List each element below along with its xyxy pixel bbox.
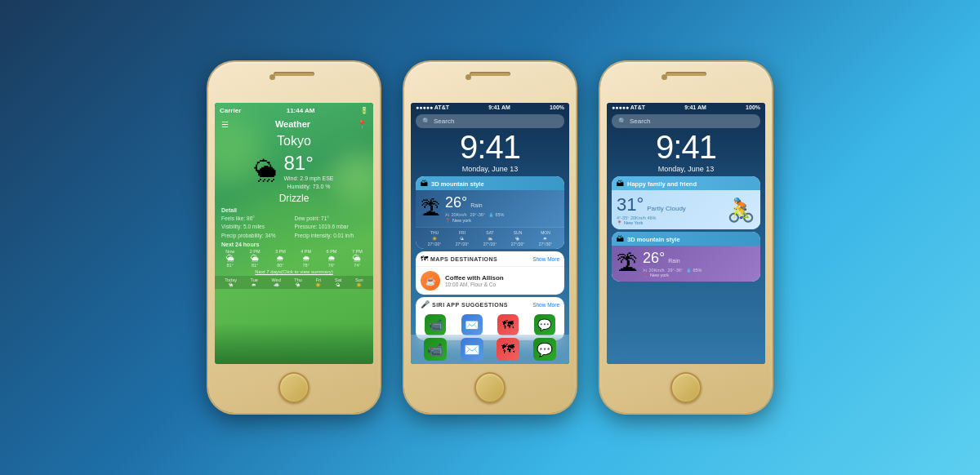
feels-like: Feels like: 86° <box>221 215 294 223</box>
hourly-forecast: Now 🌦 81° 2 PM 🌦 81° 3 PM 🌧 80° 4 PM 🌧 <box>218 249 370 268</box>
status-bar-2: ●●●●● AT&T 9:41 AM 100% <box>411 103 569 112</box>
event-avatar-2: ☕ <box>421 271 440 291</box>
widget-title-2: 3D mountain style <box>431 180 484 188</box>
weather-stats-2: 🌬 20Km/h 29°-36° 💧 65% <box>445 212 559 217</box>
search-icon-3: 🔍 <box>618 118 626 125</box>
happy-info: 31° Partly Cloudy 4°-35° 20Km/h 46% 📍 Ne… <box>617 194 722 225</box>
home-button-2[interactable] <box>474 372 506 403</box>
app-messages[interactable]: 💬 <box>534 314 555 335</box>
happy-icon: 🏔 <box>617 180 624 188</box>
happy-header: 🏔 Happy family and friend <box>612 176 760 190</box>
time-3: 9:41 AM <box>684 104 706 110</box>
dock-facetime[interactable]: 📹 <box>424 338 447 361</box>
weather-humidity: Humidity: 73.0 % <box>283 183 333 191</box>
weather-cloud-icon: 🌦 <box>254 158 277 184</box>
hour-icon: 🌦 <box>353 254 361 263</box>
pressure: Pressure: 1019.6 mbar <box>295 223 368 231</box>
phone-speaker-3 <box>666 72 706 76</box>
phone-2: ●●●●● AT&T 9:41 AM 100% 🔍 Search 9:41 Mo… <box>404 62 576 413</box>
next-24-label: Next 24 hours <box>221 242 367 247</box>
happy-family-widget[interactable]: 🏔 Happy family and friend 31° Partly Clo… <box>612 176 760 229</box>
day-thu: Thu🌦 <box>294 277 301 287</box>
app-maps[interactable]: 🗺 <box>497 314 519 335</box>
forecast-thu: THU☀️27°/20° <box>428 230 442 246</box>
widget-header-2: 🏔 3D mountain style <box>416 176 564 190</box>
clock-3: 9:41 Monday, June 13 <box>607 131 765 173</box>
status-bar-3: ●●●●● AT&T 9:41 AM 100% <box>607 103 765 112</box>
hour-icon: 🌦 <box>226 254 234 263</box>
carrier-text: Carrier <box>220 107 241 114</box>
day-sat: Sat🌤 <box>335 277 341 287</box>
hour-2pm: 2 PM 🌦 81° <box>250 249 261 268</box>
dock-maps[interactable]: 🗺 <box>497 338 519 361</box>
phone-1: Carrier 11:44 AM 🔋 ☰ Weather 📍 Tokyo 🌦 8… <box>208 62 380 413</box>
maps-show-more[interactable]: Show More <box>532 256 559 262</box>
pin-icon-2: 📍 <box>445 218 451 223</box>
dock-mail[interactable]: ✉️ <box>461 338 483 361</box>
happy-pin: 📍 <box>617 220 622 225</box>
phone-speaker-2 <box>470 72 510 76</box>
visibility: Visibility: 5.0 miles <box>221 223 294 231</box>
mountain-condition-3: Rain <box>668 258 679 264</box>
siri-show-more[interactable]: Show More <box>532 302 559 308</box>
hour-temp: 80° <box>277 263 283 268</box>
hour-temp: 81° <box>227 263 234 268</box>
event-details-2: Coffee with Allison 10:00 AM, Flour & Co <box>445 274 504 287</box>
battery-3: 100% <box>746 104 760 110</box>
menu-icon[interactable]: ☰ <box>221 120 229 129</box>
maps-title-2: MAPS DESTINATIONS <box>430 256 497 262</box>
mountain-icon-3: 🏔 <box>617 235 624 243</box>
weather-toolbar: ☰ Weather 📍 <box>215 118 373 131</box>
hour-icon: 🌧 <box>276 254 284 263</box>
weather-info-2: 26° Rain 🌬 20Km/h 29°-36° 💧 65% 📍 New yo… <box>445 194 559 223</box>
app-facetime[interactable]: 📹 <box>425 314 446 335</box>
time-2: 9:41 AM <box>488 104 510 110</box>
weather-app-title: Weather <box>275 119 310 129</box>
phone-camera-3 <box>662 74 667 80</box>
weather-condition: Drizzle <box>215 193 373 204</box>
phone-1-screen: Carrier 11:44 AM 🔋 ☰ Weather 📍 Tokyo 🌦 8… <box>215 103 373 364</box>
maps-header-left: 🗺 MAPS DESTINATIONS <box>421 255 497 263</box>
day-wed: Wed☁️ <box>271 277 280 287</box>
clock-time-3: 9:41 <box>607 131 765 163</box>
condition-2: Rain <box>470 202 482 208</box>
siri-title-2: SIRI APP SUGGESTIONS <box>432 302 508 308</box>
search-bar-3[interactable]: 🔍 Search <box>612 114 760 128</box>
clock-date-3: Monday, June 13 <box>607 165 765 173</box>
next-7-label[interactable]: Next 7 days(Click to view summary) <box>215 269 373 274</box>
hour-icon: 🌧 <box>327 254 336 263</box>
weather-wind: Wind: 2.9 mph ESE <box>283 175 333 183</box>
dock-messages[interactable]: 💬 <box>533 338 556 361</box>
mountain-info-3: 26° Rain 🌬 20Km/h 29°-36° 💧 65% 📍 New yo… <box>643 250 755 277</box>
mountain-temp-3: 26° <box>643 250 665 267</box>
dock-2: 📹 ✉️ 🗺 💬 <box>411 335 569 364</box>
hour-icon: 🌦 <box>251 254 259 263</box>
phone-2-screen: ●●●●● AT&T 9:41 AM 100% 🔍 Search 9:41 Mo… <box>411 103 569 364</box>
hour-6pm: 6 PM 🌧 76° <box>327 249 337 268</box>
forecast-fri: FRI🌤27°/20° <box>456 230 470 246</box>
app-mail[interactable]: ✉️ <box>461 314 483 335</box>
maps-widget-2[interactable]: 🗺 MAPS DESTINATIONS Show More ☕ Coffee w… <box>416 251 564 295</box>
location-icon[interactable]: 📍 <box>357 120 367 129</box>
time-text: 11:44 AM <box>287 107 315 114</box>
maps-icon-2: 🗺 <box>421 255 428 263</box>
mountain-widget-3[interactable]: 🏔 3D mountain style 🏝 26° Rain 🌬 20Km/h … <box>612 232 760 282</box>
search-bar-2[interactable]: 🔍 Search <box>416 114 564 128</box>
event-time-2: 10:00 AM, Flour & Co <box>445 282 504 287</box>
forecast-row-2: THU☀️27°/20° FRI🌤27°/20° SAT⛅27°/20° SUN… <box>416 227 564 249</box>
weather-main: 🌦 81° Wind: 2.9 mph ESE Humidity: 73.0 % <box>215 152 373 191</box>
home-button-3[interactable] <box>670 372 702 403</box>
carrier-3: ●●●●● AT&T <box>612 104 645 110</box>
happy-content: 31° Partly Cloudy 4°-35° 20Km/h 46% 📍 Ne… <box>612 190 760 229</box>
day-sun: Sun☀️ <box>355 277 363 287</box>
precip-prob: Precip probability: 34% <box>221 232 294 240</box>
search-text-3: Search <box>630 118 650 125</box>
battery-icon: 🔋 <box>360 107 368 114</box>
hour-3pm: 3 PM 🌧 80° <box>275 249 286 268</box>
weather-content-2: 🏝 26° Rain 🌬 20Km/h 29°-36° 💧 65% 📍 <box>416 190 564 227</box>
hour-icon: 🌧 <box>302 254 310 263</box>
dew-point: Dew point: 71° <box>295 215 368 223</box>
forecast-mon: MON🌧27°/30° <box>539 230 553 246</box>
home-button-1[interactable] <box>278 372 310 403</box>
weather-widget-2[interactable]: 🏔 3D mountain style 🏝 26° Rain 🌬 20Km/h … <box>416 176 564 249</box>
